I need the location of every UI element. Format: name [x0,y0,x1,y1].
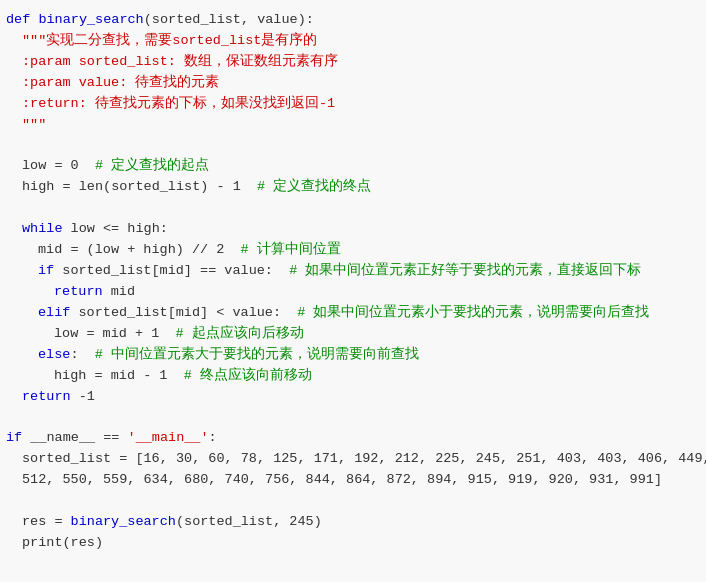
code-line-12: mid = (low + high) // 2 # 计算中间位置 [0,240,706,261]
code-line-11: while low <= high: [0,219,706,240]
code-line-15: elif sorted_list[mid] < value: # 如果中间位置元… [0,303,706,324]
code-line-6: """ [0,115,706,136]
function-name: binary_search [38,10,143,31]
code-line-24 [0,491,706,512]
code-container: def binary_search(sorted_list, value): "… [0,0,706,582]
code-line-22: sorted_list = [16, 30, 60, 78, 125, 171,… [0,449,706,470]
code-line-7 [0,136,706,157]
code-line-17: else: # 中间位置元素大于要找的元素，说明需要向前查找 [0,345,706,366]
code-line-25: res = binary_search(sorted_list, 245) [0,512,706,533]
code-line-5: :return: 待查找元素的下标，如果没找到返回-1 [0,94,706,115]
code-line-8: low = 0 # 定义查找的起点 [0,156,706,177]
code-line-19: return -1 [0,387,706,408]
code-line-14: return mid [0,282,706,303]
code-line-4: :param value: 待查找的元素 [0,73,706,94]
code-line-10 [0,198,706,219]
code-line-16: low = mid + 1 # 起点应该向后移动 [0,324,706,345]
code-line-1: def binary_search(sorted_list, value): [0,10,706,31]
code-line-18: high = mid - 1 # 终点应该向前移动 [0,366,706,387]
keyword-def: def [6,10,38,31]
code-line-21: if __name__ == '__main__': [0,428,706,449]
code-line-13: if sorted_list[mid] == value: # 如果中间位置元素… [0,261,706,282]
code-line-2: """实现二分查找，需要sorted_list是有序的 [0,31,706,52]
code-line-3: :param sorted_list: 数组，保证数组元素有序 [0,52,706,73]
code-line-20 [0,408,706,429]
code-line-26: print(res) [0,533,706,554]
code-line-9: high = len(sorted_list) - 1 # 定义查找的终点 [0,177,706,198]
code-line-23: 512, 550, 559, 634, 680, 740, 756, 844, … [0,470,706,491]
